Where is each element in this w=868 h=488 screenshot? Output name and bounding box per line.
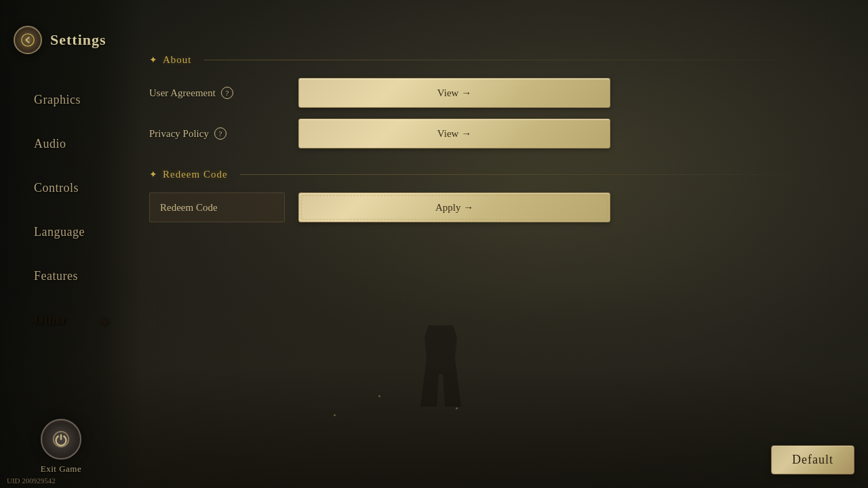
privacy-policy-help-icon[interactable]: ?: [214, 127, 226, 140]
privacy-policy-label: Privacy Policy ?: [149, 127, 285, 140]
user-agreement-label: User Agreement ?: [149, 87, 285, 99]
apply-button[interactable]: Apply →: [298, 192, 610, 222]
sidebar-item-other[interactable]: Other: [0, 298, 115, 342]
about-section-header: ✦ About: [149, 54, 827, 66]
default-button[interactable]: Default: [771, 445, 854, 474]
page-title: Settings: [50, 31, 106, 49]
redeem-section-title: Redeem Code: [163, 169, 228, 180]
exit-section: Exit Game: [0, 419, 122, 474]
back-button[interactable]: [14, 26, 42, 54]
header: Settings: [0, 14, 120, 71]
user-agreement-row: User Agreement ? View →: [149, 78, 827, 108]
about-section-title: About: [163, 54, 192, 66]
sidebar-item-features[interactable]: Features: [0, 254, 115, 298]
user-agreement-help-icon[interactable]: ?: [221, 87, 233, 99]
sidebar-item-controls[interactable]: Controls: [0, 166, 115, 210]
uid-display: UID 200929542: [7, 476, 56, 485]
sidebar-item-language[interactable]: Language: [0, 210, 115, 254]
svg-point-0: [22, 34, 34, 46]
redeem-row: Redeem Code Apply →: [149, 192, 827, 222]
user-agreement-view-button[interactable]: View →: [298, 78, 610, 108]
sidebar-item-audio[interactable]: Audio: [0, 122, 115, 166]
sidebar: Settings Graphics Audio Controls Languag…: [0, 0, 142, 488]
exit-label: Exit Game: [41, 464, 81, 474]
redeem-section-header: ✦ Redeem Code: [149, 169, 827, 180]
section-marker-icon: ✦: [149, 54, 157, 66]
main-content: ✦ About User Agreement ? View → Privacy …: [149, 54, 827, 447]
section-divider-2: [240, 174, 827, 175]
sidebar-item-graphics[interactable]: Graphics: [0, 78, 115, 122]
section-marker-icon-2: ✦: [149, 169, 157, 180]
nav-menu: Graphics Audio Controls Language Feature…: [0, 78, 142, 342]
redeem-code-label: Redeem Code: [149, 192, 285, 222]
redeem-section: ✦ Redeem Code Redeem Code Apply →: [149, 169, 827, 222]
section-divider: [204, 60, 828, 60]
exit-button[interactable]: [41, 419, 81, 460]
privacy-policy-view-button[interactable]: View →: [298, 119, 610, 148]
privacy-policy-row: Privacy Policy ? View →: [149, 119, 827, 148]
